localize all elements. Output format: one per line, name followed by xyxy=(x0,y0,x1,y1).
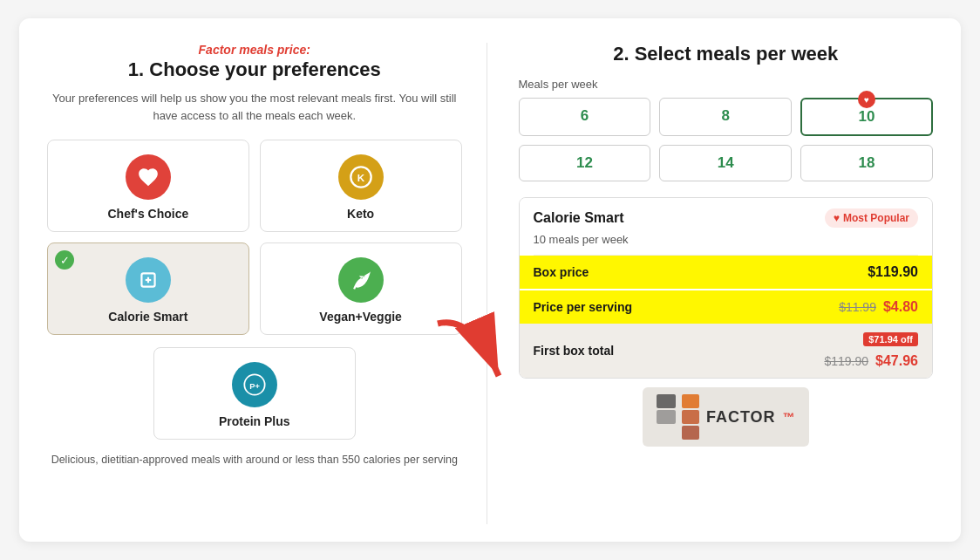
chefs-choice-icon xyxy=(126,154,171,200)
chefs-choice-label: Chef's Choice xyxy=(107,207,188,221)
selected-checkmark: ✓ xyxy=(55,250,74,270)
most-popular-badge: ♥ Most Popular xyxy=(825,208,918,228)
off-badge: $71.94 off xyxy=(863,332,918,346)
left-panel: Factor meals price: 1. Choose your prefe… xyxy=(47,43,487,524)
factor-trademark: ™ xyxy=(783,410,795,424)
meals-count-text: 10 meals per week xyxy=(520,231,933,255)
meal-option-10[interactable]: ♥ 10 xyxy=(800,98,933,136)
meal-option-12[interactable]: 12 xyxy=(519,145,651,181)
subtitle: Factor meals price: xyxy=(47,43,462,57)
meal-option-8[interactable]: 8 xyxy=(659,98,792,136)
pricing-plan-name: Calorie Smart xyxy=(534,210,624,226)
per-serving-prices: $11.99 $4.80 xyxy=(839,299,918,315)
per-serving-new-price: $4.80 xyxy=(883,299,918,315)
first-box-amounts: $119.90 $47.96 xyxy=(824,353,918,369)
per-serving-label: Price per serving xyxy=(534,300,633,314)
pref-calorie-smart[interactable]: ✓ Calorie Smart xyxy=(47,242,249,335)
section-description: Your preferences will help us show you t… xyxy=(47,90,462,124)
protein-plus-label: Protein Plus xyxy=(219,414,290,428)
section-title-right: 2. Select meals per week xyxy=(519,43,934,65)
meal-option-6[interactable]: 6 xyxy=(519,98,651,136)
popular-heart: ♥ xyxy=(858,91,875,108)
pref-protein-plus[interactable]: P+ Protein Plus xyxy=(153,347,356,440)
meal-option-18[interactable]: 18 xyxy=(800,145,933,181)
first-box-row: First box total $71.94 off $119.90 $47.9… xyxy=(520,324,933,378)
box-price-value: $119.90 xyxy=(868,264,918,280)
popular-heart-icon: ♥ xyxy=(834,212,840,224)
first-box-new-price: $47.96 xyxy=(875,353,918,369)
calorie-smart-icon xyxy=(126,257,171,303)
per-serving-row: Price per serving $11.99 $4.80 xyxy=(520,290,933,324)
svg-text:K: K xyxy=(357,172,364,183)
factor-meals-decoration xyxy=(657,394,699,440)
keto-label: Keto xyxy=(347,207,374,221)
pref-keto[interactable]: K Keto xyxy=(260,140,462,232)
svg-text:P+: P+ xyxy=(249,382,260,391)
main-container: Factor meals price: 1. Choose your prefe… xyxy=(19,18,961,542)
factor-logo-box: FACTOR ™ xyxy=(643,387,809,447)
vegan-veggie-label: Vegan+Veggie xyxy=(319,310,402,324)
box-price-row: Box price $119.90 xyxy=(520,256,933,289)
section-title-left: 1. Choose your preferences xyxy=(47,58,462,81)
meals-per-week-label: Meals per week xyxy=(519,78,934,91)
calorie-smart-label: Calorie Smart xyxy=(108,310,187,324)
first-box-old-price: $119.90 xyxy=(824,354,868,368)
box-price-label: Box price xyxy=(534,265,589,279)
factor-logo-area: FACTOR ™ xyxy=(519,387,934,447)
keto-icon: K xyxy=(338,154,384,200)
factor-brand-text: FACTOR xyxy=(706,408,776,427)
pricing-header: Calorie Smart ♥ Most Popular xyxy=(520,198,933,231)
pref-vegan-veggie[interactable]: Vegan+Veggie xyxy=(260,242,462,335)
footer-note: Delicious, dietitian-approved meals with… xyxy=(47,452,462,468)
right-panel: 2. Select meals per week Meals per week … xyxy=(487,43,934,524)
meal-option-14[interactable]: 14 xyxy=(659,145,792,181)
first-box-prices: $71.94 off $119.90 $47.96 xyxy=(824,332,918,369)
per-serving-old-price: $11.99 xyxy=(839,300,876,314)
preferences-grid: Chef's Choice K Keto ✓ xyxy=(47,140,462,335)
vegan-icon xyxy=(338,257,384,303)
first-box-label: First box total xyxy=(534,344,615,358)
meals-grid: 6 8 ♥ 10 12 14 18 xyxy=(519,98,934,181)
pref-chefs-choice[interactable]: Chef's Choice xyxy=(47,140,249,232)
pricing-card: Calorie Smart ♥ Most Popular 10 meals pe… xyxy=(519,197,934,379)
protein-plus-icon: P+ xyxy=(232,362,277,407)
